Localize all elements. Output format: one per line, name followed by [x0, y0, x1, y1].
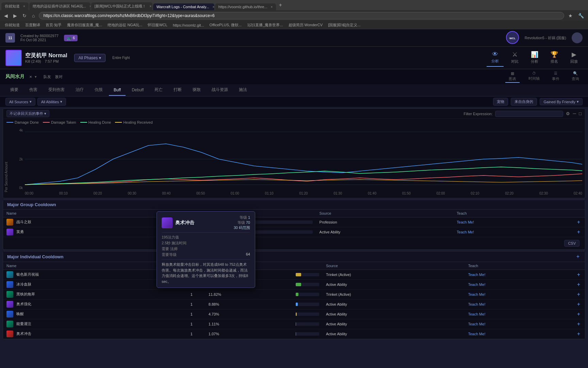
nav-analyze[interactable]: 👁 分析 [487, 49, 504, 67]
phases-button[interactable]: All Phases ▾ [74, 54, 106, 62]
bookmark-10[interactable]: 超级简历 WonderCV [287, 22, 325, 28]
tab-2[interactable]: 绝地的远征插件访谈区 NGA玩...× [29, 2, 91, 10]
row-teach-2[interactable]: Teach Me! [453, 227, 572, 237]
tab-5[interactable]: https://voomlz.github.io/thre...× [215, 3, 276, 10]
char-dropdown-icon[interactable]: ▾ [35, 75, 37, 79]
filter-expression-input[interactable] [495, 111, 563, 117]
tab-damage-taken[interactable]: 受到伤害 [44, 84, 69, 96]
chart-icon: 📊 [531, 51, 538, 58]
tab-deaths[interactable]: 死亡 [150, 84, 167, 96]
ind-row-icon-1 [6, 271, 13, 278]
char-close-button[interactable]: ✕ [29, 75, 32, 79]
reload-button[interactable]: ↻ [21, 12, 28, 19]
tab-4-active[interactable]: Warcraft Logs - Combat Analy...× [153, 3, 214, 10]
tab-healing[interactable]: 治疗 [71, 84, 88, 96]
tab-resources[interactable]: 战斗资源 [207, 84, 233, 96]
bookmark-1[interactable]: 你就知道 [3, 22, 22, 28]
url-input[interactable] [39, 12, 564, 19]
row-name-1: 战斗之鼓 [3, 217, 160, 227]
ind-col-teach: Teach [465, 262, 572, 270]
fight-sub: Entire Fight [112, 56, 130, 60]
tooltip-header: 奥术冲击 等级 1 等级 70 30 码范围 [162, 215, 250, 230]
tab-dispels[interactable]: 驱散 [188, 84, 206, 96]
address-bar: ◀ ▶ ↻ ⌂ ★ 🔧 [0, 10, 588, 21]
row-teach-1[interactable]: Teach Me! [453, 217, 572, 227]
individual-cooldown-table: Name Count Uptime Source Teach 银色新月祝福 2 … [3, 262, 585, 339]
tab-3[interactable]: [新闻]WCL中国站正式上线哦！× [91, 2, 152, 10]
gained-filter-button[interactable]: Gained By Friendly ▾ [540, 98, 583, 105]
bookmark-6[interactable]: 怀旧服WCL [146, 22, 169, 28]
home-button[interactable]: ⌂ [31, 12, 36, 19]
pet-filter-button[interactable]: 宠物 [493, 98, 508, 106]
search-icon: 🔍 [573, 71, 578, 76]
ind-add-2[interactable]: + [576, 281, 582, 288]
bookmark-7[interactable]: https://voomlz.git... [171, 22, 206, 28]
bookmark-8[interactable]: OfficePLUS, 微软... [208, 22, 244, 28]
event-filter-select[interactable]: 不记录回灭后的事件 ▾ [6, 110, 49, 117]
nav-replay[interactable]: ▶ 回放 [566, 49, 583, 67]
csv-button[interactable]: CSV [564, 240, 579, 247]
tab-interrupts[interactable]: 打断 [169, 84, 186, 96]
ind-add-3[interactable]: + [576, 291, 582, 297]
twitch-button[interactable]: 📺 6 [64, 35, 78, 41]
boss-icon [5, 50, 22, 66]
forward-button[interactable]: ▶ [12, 12, 18, 19]
ind-add-5[interactable]: + [576, 311, 582, 317]
sources-filter-button[interactable]: All Sources ▾ [5, 98, 35, 106]
bookmark-2[interactable]: 百度翻译 [23, 22, 42, 28]
chart-wrapper: Per Second Amount 4k 2k 0k 00:00 00:10 0… [3, 126, 585, 198]
tab-threat[interactable]: 仇恨 [90, 84, 108, 96]
bookmark-11[interactable]: [国服]双域[自定义... [326, 22, 362, 28]
bookmark-5[interactable]: 绝地的远征 NGA玩... [105, 22, 144, 28]
table-row: 奥术冲击 1 1.07% Active Ability Teach Me! + [3, 329, 585, 339]
bookmark-9[interactable]: 1|2|1直播_魔兽世界... [245, 22, 285, 28]
clock-icon: ⏱ [532, 71, 536, 75]
chevron-down-icon: ▾ [577, 99, 579, 104]
view-query[interactable]: 🔍 查询 [568, 71, 583, 83]
view-events[interactable]: ☰ 事件 [549, 71, 563, 83]
section-add-button[interactable]: + [575, 254, 581, 260]
ind-add-4[interactable]: + [576, 301, 582, 307]
nav-compare[interactable]: ⚔ 对比 [506, 49, 523, 67]
ind-add-1[interactable]: + [576, 272, 582, 278]
row-source-2: Active Ability [316, 227, 454, 237]
tab-casts[interactable]: 施法 [234, 84, 252, 96]
tab-summary[interactable]: 摘要 [5, 84, 23, 96]
row-add-1[interactable]: + [576, 219, 582, 225]
csv-row: CSV [3, 237, 585, 249]
row-add-2[interactable]: + [576, 229, 582, 235]
tab-buff[interactable]: Buff [109, 85, 126, 96]
abilities-filter-button[interactable]: All Abilities ▾ [37, 98, 66, 106]
legend-line-dd [6, 122, 13, 123]
table-row: 奥术强化 1 8.88% Active Ability Teach Me! + [3, 300, 585, 309]
row-name-2: 英勇 [3, 227, 160, 237]
bookmark-4[interactable]: 魔兽你旧服直播_魔... [65, 22, 104, 28]
filter-minimize-button[interactable]: ─ [573, 111, 576, 116]
ind-row-name-6: 能量灌注 [3, 319, 178, 329]
ind-add-6[interactable]: + [576, 321, 582, 327]
self-filter-button[interactable]: 来自自身的 [511, 98, 537, 106]
content-tabs: 摘要 伤害 受到伤害 治疗 仇恨 Buff Debuff 死亡 打断 驱散 战斗… [0, 84, 588, 96]
user-avatar [572, 32, 583, 43]
bookmark-button[interactable]: ★ [567, 12, 574, 19]
bookmark-3[interactable]: 首页·知乎 [44, 22, 64, 28]
extensions-button[interactable]: 🔧 [577, 12, 585, 19]
tab-damage[interactable]: 伤害 [24, 84, 42, 96]
view-chart[interactable]: ▦ 图表 [505, 71, 520, 83]
new-tab-button[interactable]: + [277, 2, 284, 8]
filter-expand-button[interactable]: □ [579, 111, 582, 116]
ind-add-7[interactable]: + [576, 331, 582, 337]
back-button[interactable]: ◀ [3, 12, 9, 19]
filter-settings-button[interactable]: ⚙ [566, 111, 570, 116]
table-row: 战斗之鼓 2 33.77% Profession Teach Me! + [3, 217, 585, 227]
tab-debuff[interactable]: Debuff [127, 85, 148, 96]
x-axis-labels: 00:00 00:10 00:20 00:30 00:40 00:50 01:0… [25, 191, 582, 195]
legend-line-dt [43, 122, 50, 123]
major-individual-cooldown-section: Major Individual Cooldown + Name Count U… [3, 251, 585, 339]
nav-rank[interactable]: 🏆 排名 [546, 49, 563, 67]
group-cooldown-header: Major Group Cooldown [3, 200, 585, 210]
view-timeline[interactable]: ⏱ 时间轴 [525, 71, 543, 83]
ind-row-name-5: 唤醒 [3, 309, 178, 319]
tab-1[interactable]: 你就知道× [1, 2, 29, 10]
nav-analyze2[interactable]: 📊 分析 [526, 49, 543, 67]
